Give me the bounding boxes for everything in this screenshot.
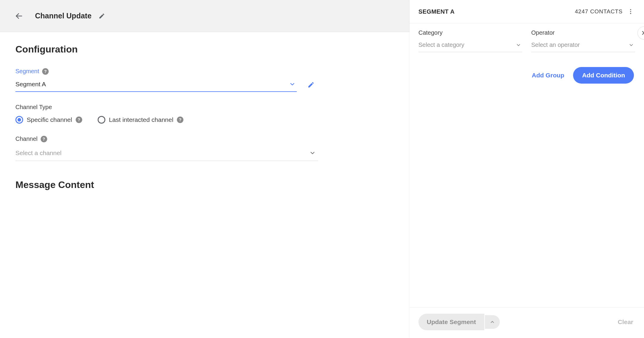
segment-panel-title: SEGMENT A xyxy=(418,8,455,15)
chevron-down-icon xyxy=(289,81,296,87)
svg-point-1 xyxy=(630,9,631,10)
operator-label: Operator xyxy=(531,29,635,36)
contacts-count-label: 4247 CONTACTS xyxy=(575,8,623,15)
edit-title-icon[interactable] xyxy=(99,13,105,19)
channel-select[interactable]: Select a channel xyxy=(15,145,318,161)
chevron-down-icon xyxy=(629,42,634,48)
help-icon[interactable]: ? xyxy=(42,68,49,75)
help-icon[interactable]: ? xyxy=(41,136,47,142)
clear-button[interactable]: Clear xyxy=(616,318,635,326)
edit-segment-icon[interactable] xyxy=(307,81,315,88)
segment-select[interactable]: Segment A xyxy=(15,78,297,92)
close-condition-icon[interactable] xyxy=(637,26,644,39)
page-title: Channel Update xyxy=(35,12,91,20)
radio-label: Last interacted channel xyxy=(109,116,173,123)
chevron-down-icon xyxy=(309,150,316,156)
segment-label: Segment xyxy=(15,68,39,75)
radio-specific-channel[interactable]: Specific channel ? xyxy=(15,116,82,124)
radio-icon xyxy=(98,116,105,124)
chevron-down-icon xyxy=(516,42,521,48)
category-label: Category xyxy=(418,29,522,36)
category-select[interactable]: Select a category xyxy=(418,38,522,52)
radio-last-interacted[interactable]: Last interacted channel ? xyxy=(98,116,183,124)
svg-point-3 xyxy=(630,13,631,14)
topbar: Channel Update xyxy=(0,0,410,32)
category-select-placeholder: Select a category xyxy=(418,42,464,48)
update-segment-dropdown[interactable] xyxy=(485,315,500,329)
channel-type-radio-group: Specific channel ? Last interacted chann… xyxy=(15,116,394,124)
radio-label: Specific channel xyxy=(27,116,72,123)
message-content-heading: Message Content xyxy=(15,179,394,190)
operator-select[interactable]: Select an operator xyxy=(531,38,635,52)
channel-label: Channel xyxy=(15,135,38,142)
channel-select-placeholder: Select a channel xyxy=(15,149,61,157)
more-menu-icon[interactable] xyxy=(626,7,635,16)
configuration-heading: Configuration xyxy=(15,44,394,55)
update-segment-button[interactable]: Update Segment xyxy=(418,314,484,330)
operator-select-placeholder: Select an operator xyxy=(531,42,580,48)
back-arrow-icon[interactable] xyxy=(15,12,23,20)
add-group-button[interactable]: Add Group xyxy=(529,69,567,82)
help-icon[interactable]: ? xyxy=(76,117,82,123)
segment-select-value: Segment A xyxy=(15,81,46,88)
help-icon[interactable]: ? xyxy=(177,117,183,123)
svg-point-2 xyxy=(630,11,631,12)
radio-icon xyxy=(15,116,23,124)
segment-panel: SEGMENT A 4247 CONTACTS Category Select … xyxy=(410,0,644,338)
channel-type-label: Channel Type xyxy=(15,104,52,111)
add-condition-button[interactable]: Add Condition xyxy=(573,67,634,84)
